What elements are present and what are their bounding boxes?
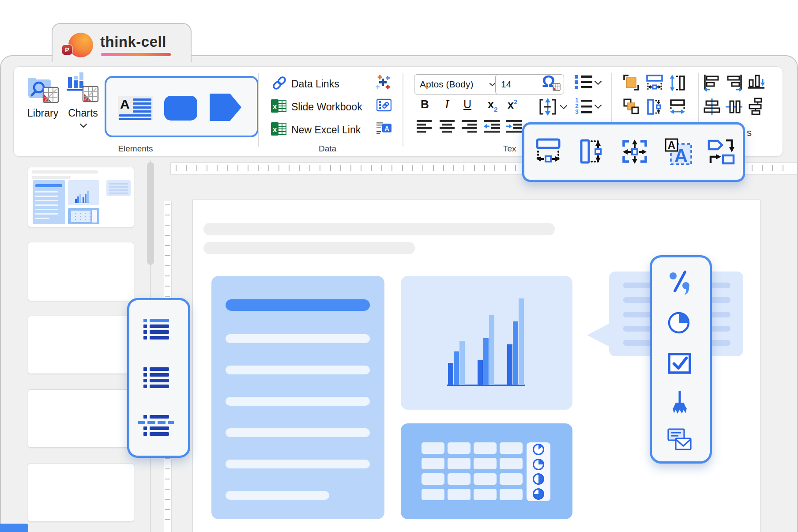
excel-icon: x: [270, 122, 287, 136]
send-to-back-button[interactable]: [622, 98, 640, 116]
library-button[interactable]: [26, 73, 60, 105]
table-cell: [474, 442, 497, 454]
percent-format-button[interactable]: [667, 270, 692, 295]
bold-button[interactable]: B: [421, 98, 429, 111]
chart-bar: [454, 351, 459, 385]
textbox-fit-chevron-icon[interactable]: [560, 105, 568, 109]
textbox-fit-button[interactable]: [538, 98, 557, 116]
align-right-button[interactable]: [462, 120, 478, 133]
distribute-vertically-button[interactable]: [746, 98, 765, 116]
slide-thumbnail-5[interactable]: [28, 463, 134, 522]
slide-text-heading-bar: [226, 299, 370, 311]
slide-thumbnail-4[interactable]: [28, 389, 134, 448]
rounded-rectangle-element-button[interactable]: [164, 96, 197, 121]
numbered-list-button[interactable]: 1 2 3: [574, 98, 592, 116]
ruler-tick: [453, 165, 454, 171]
same-height-small-button[interactable]: [668, 74, 687, 92]
ruler-tick: [258, 165, 259, 171]
charts-icon: [66, 72, 100, 105]
align-objects-right-button[interactable]: [725, 74, 743, 92]
bullet-list-chevron-icon[interactable]: [594, 80, 602, 85]
ruler-tick: [165, 509, 170, 510]
workbook-link-icon[interactable]: [376, 98, 391, 112]
decrease-indent-button[interactable]: [484, 120, 501, 133]
ruler-tick: [443, 165, 444, 171]
table-cell: [500, 489, 523, 500]
same-width-button[interactable]: [534, 137, 563, 166]
charts-button[interactable]: [66, 72, 100, 105]
pentagon-arrow-element-button[interactable]: [209, 92, 242, 123]
ruler-tick: [433, 165, 434, 171]
excel-to-text-icon[interactable]: A: [376, 121, 392, 135]
bullet-list-button[interactable]: [574, 74, 592, 90]
ruler-tick: [772, 165, 773, 171]
library-button-label: Library: [27, 107, 58, 119]
ruler-tick: [422, 165, 423, 171]
tab-think-cell[interactable]: P think-cell: [52, 23, 192, 62]
tableau-link-icon[interactable]: [376, 75, 391, 90]
thumb-table-box: [68, 208, 99, 224]
align-objects-left-button[interactable]: [703, 74, 721, 92]
same-font-size-button[interactable]: A A: [664, 137, 693, 166]
table-cell: [448, 489, 471, 500]
floating-size-toolbar: A A: [522, 122, 745, 182]
increase-indent-button[interactable]: [506, 120, 523, 133]
slide-thumbnail-1[interactable]: [28, 167, 134, 227]
ruler-tick: [474, 165, 475, 171]
ruler-tick: [381, 165, 382, 171]
distribute-horizontally-button[interactable]: [725, 98, 743, 116]
slide-thumbnail-3[interactable]: [28, 316, 134, 374]
same-height-dotted-button[interactable]: [645, 98, 664, 116]
svg-text:x: x: [273, 102, 277, 111]
new-excel-link-button[interactable]: New Excel Link: [291, 124, 361, 136]
chevron-down-icon: [489, 83, 496, 87]
thumbnail-scrollbar[interactable]: [147, 162, 154, 265]
special-character-button[interactable]: Ω: [542, 72, 561, 93]
data-links-button[interactable]: Data Links: [291, 78, 339, 90]
harvey-ball-button[interactable]: [666, 309, 693, 335]
bullet-list-style-2-button[interactable]: [143, 367, 171, 387]
same-width-small-button[interactable]: [645, 74, 664, 92]
superscript-digit: 2: [514, 98, 517, 106]
underline-button[interactable]: U: [463, 98, 471, 111]
font-name-select[interactable]: Aptos (Body): [414, 74, 501, 94]
align-objects-bottom-button[interactable]: [747, 74, 766, 92]
ruler-tick: [309, 165, 310, 171]
bullet-list-style-1-button[interactable]: [143, 319, 171, 338]
table-cell: [422, 473, 444, 485]
italic-button[interactable]: I: [445, 97, 449, 111]
ruler-tick: [320, 165, 320, 171]
powerpoint-p-badge-icon: P: [62, 45, 72, 55]
broom-cleanup-button[interactable]: [667, 391, 692, 416]
harvey-ball-icon: [533, 444, 544, 455]
same-width-arrows-button[interactable]: [668, 98, 687, 116]
ruler-tick: [330, 165, 331, 171]
ruler-tick: [412, 165, 413, 171]
subscript-button[interactable]: x2: [488, 98, 497, 113]
slide-thumbnail-2[interactable]: [28, 242, 134, 301]
swap-shapes-button[interactable]: [706, 137, 735, 166]
align-left-button[interactable]: [417, 120, 433, 133]
ruler-tick: [484, 165, 485, 171]
align-objects-middle-button[interactable]: [703, 98, 721, 116]
same-height-button[interactable]: [577, 137, 606, 166]
elements-highlight-box: A: [105, 76, 259, 137]
slide-workbook-button[interactable]: Slide Workbook: [291, 101, 362, 113]
send-slides-button[interactable]: [666, 427, 693, 452]
text-element-button[interactable]: A: [118, 96, 153, 121]
align-center-button[interactable]: [440, 120, 455, 133]
bring-to-front-button[interactable]: [622, 74, 640, 92]
checkbox-button[interactable]: [667, 351, 692, 376]
data-links-chain-icon: [271, 76, 287, 90]
ruler-tick: [165, 489, 170, 490]
speech-bubble-tail: [587, 323, 610, 347]
font-name-value: Aptos (Body): [420, 79, 473, 90]
superscript-button[interactable]: x2: [508, 98, 517, 111]
numbered-list-chevron-icon[interactable]: [594, 104, 602, 109]
group-label-data: Data: [319, 144, 336, 154]
stretch-to-fill-button[interactable]: [620, 137, 649, 166]
table-cell: [448, 458, 471, 469]
insert-list-row-button[interactable]: [143, 415, 171, 434]
charts-chevron-down-icon[interactable]: [79, 123, 87, 128]
ruler-tick: [340, 165, 341, 171]
